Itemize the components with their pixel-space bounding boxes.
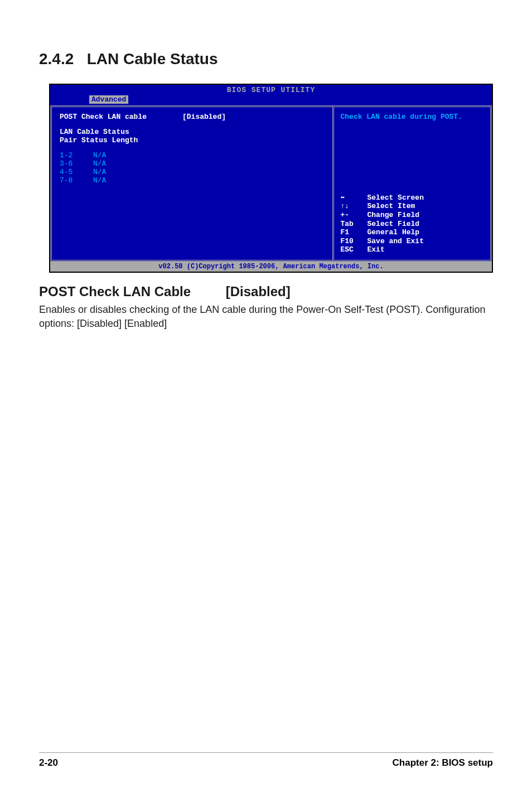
bios-screen: BIOS SETUP UTILITY Advanced POST Check L… xyxy=(49,84,493,273)
subsection-name: POST Check LAN Cable xyxy=(39,284,191,299)
bios-body: POST Check LAN cable [Disabled] LAN Cabl… xyxy=(50,105,492,262)
nav-key: +- xyxy=(341,211,367,220)
pair-cell: 1-2 xyxy=(60,151,93,160)
table-row: 3-6 N/A xyxy=(60,160,325,168)
pair-cell: 7-8 xyxy=(60,176,93,185)
nav-label: Save and Exit xyxy=(367,237,424,246)
lan-status-header: LAN Cable Status xyxy=(60,128,325,136)
nav-row-exit: ESC Exit xyxy=(341,245,483,254)
pair-cell: 3-6 xyxy=(60,160,93,168)
lan-table-header: Pair Status Length xyxy=(60,136,325,144)
setting-value: [Disabled] xyxy=(182,113,226,121)
nav-row-screen: ⬌ Select Screen xyxy=(341,194,483,202)
context-help: Check LAN cable during POST. xyxy=(341,113,483,121)
status-cell: N/A xyxy=(93,160,115,168)
page-number: 2-20 xyxy=(39,757,58,769)
nav-label: Select Field xyxy=(367,220,420,229)
status-cell: N/A xyxy=(93,151,115,160)
bios-header: BIOS SETUP UTILITY xyxy=(50,85,492,95)
nav-key: F10 xyxy=(341,237,367,246)
nav-row-change: +- Change Field xyxy=(341,211,483,220)
table-row: 4-5 N/A xyxy=(60,168,325,176)
table-row: 7-8 N/A xyxy=(60,176,325,185)
nav-row-select: Tab Select Field xyxy=(341,220,483,229)
nav-key: ESC xyxy=(341,245,367,254)
nav-key: F1 xyxy=(341,228,367,237)
subsection-title: POST Check LAN Cable [Disabled] xyxy=(39,284,493,299)
status-cell: N/A xyxy=(93,176,115,185)
nav-label: Select Item xyxy=(367,202,415,211)
tab-advanced[interactable]: Advanced xyxy=(89,95,128,104)
nav-label: Change Field xyxy=(367,211,420,220)
nav-label: General Help xyxy=(367,228,420,237)
pair-cell: 4-5 xyxy=(60,168,93,176)
section-number: 2.4.2 xyxy=(39,50,74,67)
nav-key: Tab xyxy=(341,220,367,229)
subsection-value: [Disabled] xyxy=(226,284,291,299)
page-footer: 2-20 Chapter 2: BIOS setup xyxy=(39,752,493,769)
section-name: LAN Cable Status xyxy=(87,50,218,67)
arrows-vertical-icon: ↑↓ xyxy=(341,202,367,211)
nav-row-save: F10 Save and Exit xyxy=(341,237,483,246)
arrows-horizontal-icon: ⬌ xyxy=(341,194,367,202)
nav-label: Exit xyxy=(367,245,385,254)
nav-row-item: ↑↓ Select Item xyxy=(341,202,483,211)
bios-left-panel: POST Check LAN cable [Disabled] LAN Cabl… xyxy=(50,105,332,262)
subsection-description: Enables or disables checking of the LAN … xyxy=(39,303,493,331)
setting-row[interactable]: POST Check LAN cable [Disabled] xyxy=(60,113,325,121)
section-title: 2.4.2 LAN Cable Status xyxy=(39,50,493,68)
bios-footer: v02.58 (C)Copyright 1985-2006, American … xyxy=(50,262,492,272)
table-row: 1-2 N/A xyxy=(60,151,325,160)
nav-label: Select Screen xyxy=(367,194,424,202)
spacer xyxy=(60,144,325,151)
nav-row-help: F1 General Help xyxy=(341,228,483,237)
setting-label: POST Check LAN cable xyxy=(60,113,182,121)
chapter-label: Chapter 2: BIOS setup xyxy=(393,757,493,769)
nav-help: ⬌ Select Screen ↑↓ Select Item +- Change… xyxy=(341,194,483,254)
bios-tabs: Advanced xyxy=(50,95,492,105)
bios-right-panel: Check LAN cable during POST. ⬌ Select Sc… xyxy=(332,105,492,262)
status-cell: N/A xyxy=(93,168,115,176)
